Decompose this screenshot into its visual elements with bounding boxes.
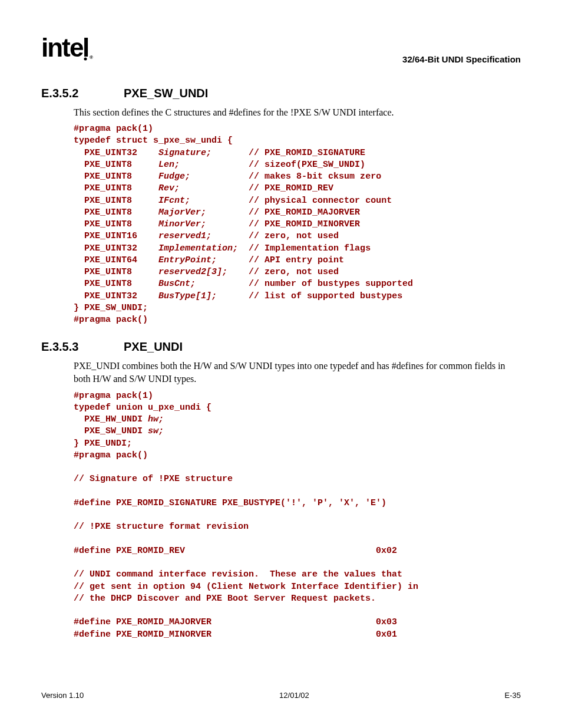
section-intro: PXE_UNDI combines both the H/W and S/W U… [74,360,521,385]
code-block-sw-undi: #pragma pack(1) typedef struct s_pxe_sw_… [74,123,521,326]
svg-text:int: int [41,35,71,61]
spec-title: 32/64-Bit UNDI Specification [402,54,521,64]
code-block-undi: #pragma pack(1) typedef union u_pxe_undi… [74,390,521,641]
page-header: int e l ® 32/64-Bit UNDI Specification [41,35,521,64]
section-heading-e352: E.3.5.2 PXE_SW_UNDI [41,87,521,100]
section-intro: This section defines the C structures an… [74,106,521,119]
footer-page: E-35 [505,691,521,700]
footer-date: 12/01/02 [279,691,309,700]
svg-text:®: ® [90,55,93,60]
svg-text:l: l [82,35,88,61]
svg-text:e: e [70,35,83,61]
page-footer: Version 1.10 12/01/02 E-35 [41,691,521,700]
intel-logo: int e l ® [41,35,94,64]
section-number: E.3.5.3 [41,340,124,354]
section-heading-e353: E.3.5.3 PXE_UNDI [41,340,521,354]
section-title: PXE_UNDI [124,340,183,354]
footer-version: Version 1.10 [41,691,84,700]
page: int e l ® 32/64-Bit UNDI Specification E… [0,0,562,641]
svg-point-3 [84,58,87,61]
section-number: E.3.5.2 [41,87,124,100]
section-title: PXE_SW_UNDI [124,87,208,100]
